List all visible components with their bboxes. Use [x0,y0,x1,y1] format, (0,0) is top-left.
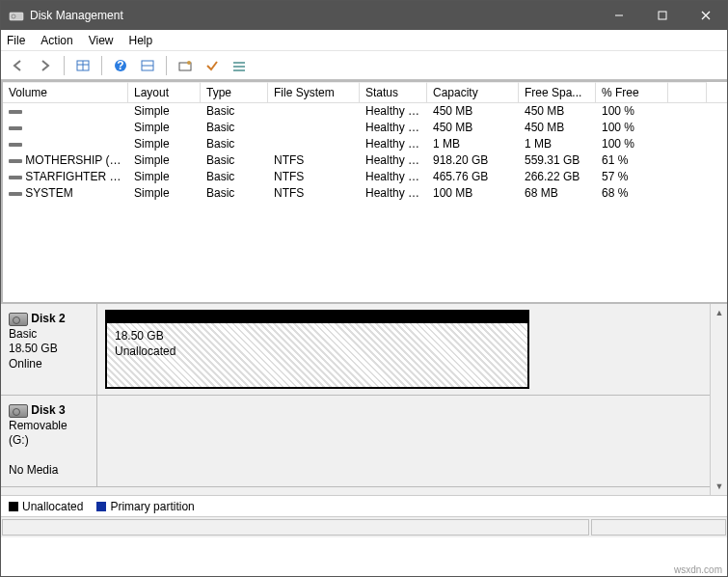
cell-status: Healthy (R... [360,120,427,136]
title-bar: Disk Management [1,1,727,30]
cell-status: Healthy (B... [360,152,427,169]
disk-2-label: Disk 2 Basic 18.50 GB Online [1,304,97,395]
window-title: Disk Management [30,9,597,22]
table-row[interactable]: SimpleBasicHealthy (R...450 MB450 MB100 … [3,120,727,136]
menu-help[interactable]: Help [129,34,153,47]
volume-icon [9,143,22,147]
vertical-scrollbar[interactable]: ▲ ▼ [710,304,727,495]
scroll-down-icon[interactable]: ▼ [711,478,728,495]
scroll-up-icon[interactable]: ▲ [711,304,728,321]
cell-layout: Simple [128,169,201,185]
cell-free: 1 MB [519,136,596,152]
vol-state: Unallocated [115,344,175,358]
svg-point-14 [187,61,191,65]
table-row[interactable]: SimpleBasicHealthy (E...1 MB1 MB100 % [3,136,727,152]
view-options-button[interactable] [71,54,94,77]
cell-free: 450 MB [519,120,596,136]
cell-capacity: 465.76 GB [427,169,519,185]
forward-button[interactable] [34,54,57,77]
app-icon [9,8,24,23]
menu-action[interactable]: Action [40,34,72,47]
help-button[interactable]: ? [109,54,132,77]
cell-pctfree: 100 % [596,136,668,152]
cell-pctfree: 100 % [596,103,668,120]
menu-view[interactable]: View [89,34,114,47]
watermark: wsxdn.com [674,564,722,575]
cell-free: 266.22 GB [519,169,596,185]
volume-icon [9,126,22,130]
volume-icon [9,192,22,196]
col-volume[interactable]: Volume [3,82,128,102]
col-capacity[interactable]: Capacity [427,82,519,102]
svg-rect-15 [233,62,245,64]
toolbar: ? [1,51,727,80]
cell-filesystem [268,136,360,152]
disk-2-name: Disk 2 [31,312,65,325]
cell-volume [3,120,128,136]
legend: Unallocated Primary partition [1,495,727,516]
svg-rect-3 [659,12,666,19]
legend-primary: Primary partition [96,500,194,513]
disk-3-name: Disk 3 [31,403,65,417]
table-row[interactable]: SYSTEMSimpleBasicNTFSHealthy (S...100 MB… [3,185,727,202]
minimize-button[interactable] [597,1,640,30]
cell-status: Healthy (S... [360,185,427,202]
grid-header: Volume Layout Type File System Status Ca… [3,82,727,103]
cell-capacity: 1 MB [427,136,519,152]
volume-icon [9,159,22,163]
cell-volume [3,103,128,120]
col-pctfree[interactable]: % Free [596,82,668,102]
cell-capacity: 100 MB [427,185,519,202]
close-button[interactable] [684,1,727,30]
cell-pctfree: 68 % [596,185,668,202]
layout-button[interactable] [136,54,159,77]
cell-pctfree: 57 % [596,169,668,185]
disk-row-2[interactable]: Disk 2 Basic 18.50 GB Online 18.50 GB Un… [1,304,710,396]
cell-filesystem [268,120,360,136]
maximize-button[interactable] [640,1,684,30]
menu-bar: File Action View Help [1,30,727,51]
menu-file[interactable]: File [7,34,25,47]
cell-free: 450 MB [519,103,596,120]
list-button[interactable] [228,54,251,77]
col-type[interactable]: Type [201,82,268,102]
col-free[interactable]: Free Spa... [519,82,596,102]
back-button[interactable] [7,54,30,77]
disk-3-label: Disk 3 Removable (G:) No Media [1,396,97,486]
vol-size: 18.50 GB [115,329,164,343]
cell-filesystem: NTFS [268,185,360,202]
cell-volume: STARFIGHTER (A:) [3,169,128,185]
cell-layout: Simple [128,120,201,136]
cell-volume [3,136,128,152]
cell-capacity: 450 MB [427,120,519,136]
settings-button[interactable] [174,54,197,77]
disk-row-3[interactable]: Disk 3 Removable (G:) No Media [1,396,710,487]
disk-3-state: No Media [9,463,58,477]
grid-body: SimpleBasicHealthy (R...450 MB450 MB100 … [3,103,727,302]
apply-button[interactable] [201,54,224,77]
col-empty[interactable] [668,82,707,102]
cell-status: Healthy (R... [360,103,427,120]
cell-type: Basic [201,136,268,152]
status-bar [1,516,727,537]
disk-2-volume-unallocated[interactable]: 18.50 GB Unallocated [105,310,529,389]
col-layout[interactable]: Layout [128,82,201,102]
volume-grid: Volume Layout Type File System Status Ca… [1,80,727,302]
table-row[interactable]: STARFIGHTER (A:)SimpleBasicNTFSHealthy (… [3,169,727,185]
table-row[interactable]: SimpleBasicHealthy (R...450 MB450 MB100 … [3,103,727,120]
disk-3-type: Removable (G:) [9,419,67,448]
disk-map-pane: Disk 2 Basic 18.50 GB Online 18.50 GB Un… [1,302,727,495]
disk-2-type: Basic [9,327,37,341]
cell-layout: Simple [128,152,201,169]
col-status[interactable]: Status [360,82,427,102]
col-filesystem[interactable]: File System [268,82,360,102]
svg-rect-16 [233,66,245,68]
disk-icon [9,313,28,326]
disk-2-size: 18.50 GB [9,342,58,355]
cell-volume: SYSTEM [3,185,128,202]
volume-icon [9,110,22,114]
table-row[interactable]: MOTHERSHIP (C:)SimpleBasicNTFSHealthy (B… [3,152,727,169]
cell-type: Basic [201,103,268,120]
cell-type: Basic [201,169,268,185]
cell-free: 68 MB [519,185,596,202]
